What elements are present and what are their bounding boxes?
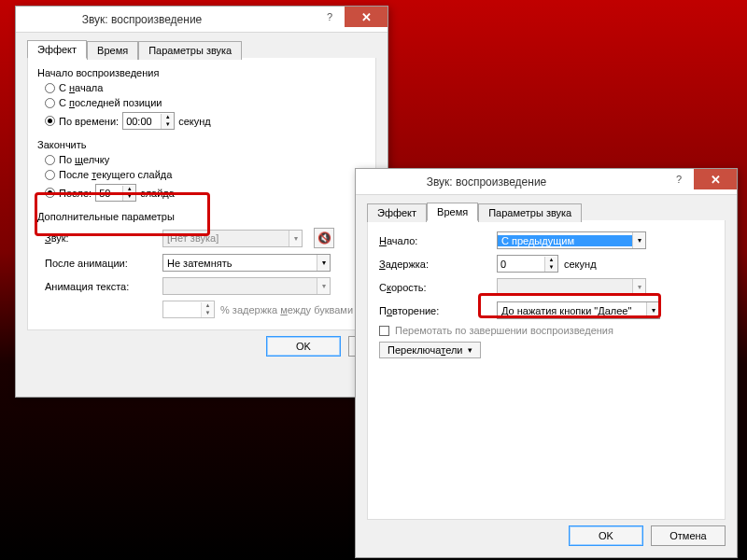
radio-after-n[interactable] — [45, 188, 55, 198]
label-seconds: секунд — [178, 116, 211, 127]
label-by-time: По времени: — [59, 116, 119, 127]
spinner-up-icon[interactable]: ▲ — [123, 186, 135, 193]
after-anim-combo[interactable]: Не затемнять ▾ — [162, 254, 331, 272]
start-combo[interactable]: С предыдущим ▾ — [497, 231, 646, 249]
chevron-down-icon: ▾ — [317, 278, 330, 294]
spinner-up-icon[interactable]: ▲ — [202, 302, 214, 310]
titlebar: Звук: воспроизведение ? ✕ — [16, 7, 388, 33]
label-from-last: С последней позиции — [59, 97, 162, 108]
spinner-up-icon[interactable]: ▲ — [162, 114, 174, 121]
rewind-checkbox[interactable] — [379, 326, 389, 336]
spinner-down-icon[interactable]: ▼ — [123, 193, 135, 201]
ok-button[interactable]: OK — [266, 336, 341, 357]
spinner-down-icon[interactable]: ▼ — [162, 121, 174, 129]
close-button[interactable]: ✕ — [345, 7, 388, 27]
help-button[interactable]: ? — [315, 7, 345, 27]
radio-on-click[interactable] — [45, 155, 55, 165]
after-anim-label: После анимации: — [45, 258, 157, 269]
close-button[interactable]: ✕ — [694, 169, 737, 189]
tabs: Эффект Время Параметры звука — [367, 203, 726, 221]
tabs: Эффект Время Параметры звука — [27, 40, 376, 59]
spinner-down-icon[interactable]: ▼ — [202, 310, 214, 317]
radio-by-time[interactable] — [45, 116, 55, 126]
delay-input[interactable] — [498, 256, 544, 272]
after-slides-spinner[interactable]: ▲▼ — [95, 184, 136, 202]
tab-effect[interactable]: Эффект — [367, 203, 427, 222]
letter-delay-spinner[interactable]: ▲▼ — [162, 301, 215, 318]
delay-spinner[interactable]: ▲▼ — [497, 255, 558, 273]
dialog-sound-timing: Звук: воспроизведение ? ✕ Эффект Время П… — [355, 168, 738, 558]
repeat-combo[interactable]: До нажатия кнопки "Далее" ▾ — [497, 301, 660, 319]
radio-from-beginning[interactable] — [45, 83, 55, 93]
ok-button[interactable]: OK — [569, 525, 643, 546]
delay-unit: секунд — [564, 259, 597, 270]
chevron-down-icon: ▾ — [632, 232, 645, 248]
start-label: Начало: — [379, 235, 491, 246]
letter-delay-input[interactable] — [163, 301, 201, 317]
toggles-label: Переключатели — [388, 344, 462, 356]
window-title: Звук: воспроизведение — [0, 13, 315, 26]
start-time-spinner[interactable]: ▲▼ — [122, 112, 175, 130]
text-anim-label: Анимация текста: — [45, 281, 157, 292]
speed-label: Скорость: — [379, 282, 491, 293]
letter-delay-label: % задержка между буквами — [220, 304, 353, 315]
label-after-current: После текущего слайда — [59, 169, 172, 180]
radio-after-current[interactable] — [45, 170, 55, 180]
tab-timing[interactable]: Время — [87, 41, 138, 60]
spinner-down-icon[interactable]: ▼ — [545, 264, 557, 272]
repeat-label: Повторение: — [379, 305, 491, 316]
chevron-down-icon: ▾ — [632, 279, 645, 295]
rewind-label: Перемотать по завершении воспроизведения — [395, 325, 613, 336]
end-group-label: Закончить — [37, 139, 366, 150]
label-slides: слайда — [140, 188, 175, 199]
sound-combo[interactable]: [Нет звука] ▾ — [162, 230, 303, 247]
titlebar: Звук: воспроизведение ? ✕ — [356, 169, 737, 195]
dialog-sound-effect: Звук: воспроизведение ? ✕ Эффект Время П… — [15, 6, 388, 398]
help-button[interactable]: ? — [664, 169, 694, 189]
start-time-input[interactable] — [123, 113, 161, 129]
delay-label: Задержка: — [379, 259, 491, 270]
spinner-up-icon[interactable]: ▲ — [545, 257, 557, 264]
tab-audio-params[interactable]: Параметры звука — [138, 41, 242, 60]
chevron-down-icon: ▾ — [317, 255, 330, 271]
window-title: Звук: воспроизведение — [309, 175, 664, 189]
tab-effect[interactable]: Эффект — [27, 40, 87, 59]
label-from-beginning: С начала — [59, 82, 103, 93]
after-slides-input[interactable] — [96, 185, 122, 201]
start-group-label: Начало воспроизведения — [37, 67, 366, 78]
chevron-down-icon: ▾ — [289, 231, 302, 246]
tab-timing[interactable]: Время — [427, 203, 478, 221]
tab-audio-params[interactable]: Параметры звука — [478, 203, 582, 222]
chevron-down-icon: ▾ — [646, 302, 659, 318]
double-chevron-down-icon: ▾ — [468, 345, 472, 355]
label-after: После: — [59, 188, 92, 199]
radio-from-last[interactable] — [45, 98, 55, 108]
speaker-icon[interactable]: 🔇 — [314, 228, 334, 248]
extra-params-label: Дополнительные параметры — [37, 211, 366, 222]
toggles-button[interactable]: Переключатели ▾ — [379, 342, 481, 358]
text-anim-combo[interactable]: ▾ — [162, 277, 331, 295]
cancel-button[interactable]: Отмена — [651, 525, 726, 546]
sound-label: Звук: — [45, 232, 157, 244]
label-on-click: По щелчку — [59, 154, 109, 165]
speed-combo[interactable]: ▾ — [497, 278, 646, 296]
